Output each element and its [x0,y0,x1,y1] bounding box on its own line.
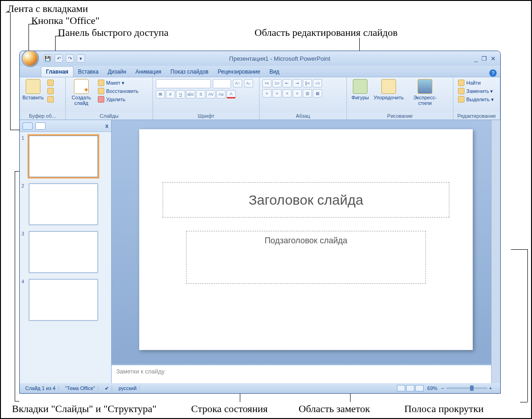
zoom-slider[interactable]: − + [441,385,492,391]
bold-button[interactable]: Ж [156,90,165,98]
replace-button[interactable]: Заменить ▾ [456,87,496,95]
zoom-in-button[interactable]: + [489,385,492,391]
indent-dec-button[interactable]: ⇤ [283,79,292,87]
underline-button[interactable]: Ч [176,90,185,98]
ribbon: Вставить Буфер об... ✦ С [20,77,500,120]
format-painter-button[interactable] [45,96,56,103]
vertical-scrollbar[interactable] [491,120,500,383]
restore-button[interactable]: ❐ [481,55,487,62]
justify-button[interactable]: ≡ [293,89,302,98]
tab-design[interactable]: Дизайн [103,67,130,77]
sparkle-icon: ✦ [83,86,89,94]
window-title: Презентация1 - Microsoft PowerPoint [85,55,475,62]
editor-area: Заголовок слайда Подзаголовок слайда Зам… [112,120,491,383]
cursor-icon [458,96,464,103]
paste-button[interactable]: Вставить [23,79,44,100]
status-language[interactable]: русский [116,385,140,391]
group-paragraph: •≡ 1≡ ⇤ ⇥ ‖≡ ↕A ≡ ≡ ≡ ≡ ▥ ▦ [260,77,347,120]
slide-thumbnail[interactable] [29,136,98,177]
find-button[interactable]: Найти [456,79,496,86]
group-slides: ✦ Создать слайд Макет ▾ Восстановить Уда… [66,77,153,120]
tab-view[interactable]: Вид [265,67,284,77]
slide-thumbnail[interactable] [29,279,98,321]
help-icon[interactable]: ? [489,69,497,77]
numbering-button[interactable]: 1≡ [272,79,282,87]
copy-button[interactable] [45,87,56,95]
group-label-font: Шрифт [153,112,259,120]
group-label-paragraph: Абзац [260,112,346,120]
align-right-button[interactable]: ≡ [283,89,292,98]
font-size-combo[interactable] [213,79,231,88]
slide[interactable]: Заголовок слайда Подзаголовок слайда [139,129,473,350]
thumb-row[interactable]: 4 [22,279,108,321]
char-spacing-button[interactable]: AV [206,90,215,98]
arrange-button[interactable]: Упорядочить [373,79,405,100]
minimize-button[interactable]: _ [475,55,478,62]
tab-review[interactable]: Рецензирование [213,67,265,77]
line-spacing-button[interactable]: ‖≡ [303,79,312,87]
shadow-button[interactable]: S [196,90,205,98]
thumb-row[interactable]: 1 [22,136,108,177]
tab-outline[interactable] [35,122,45,130]
bullets-button[interactable]: •≡ [262,79,272,87]
quick-styles-button[interactable]: Экспресс-стили [407,79,443,106]
notes-pane[interactable]: Заметки к слайду [112,364,491,383]
cut-button[interactable] [45,79,56,86]
status-theme: "Тема Office" [62,385,98,391]
group-label-clipboard: Буфер об... [20,112,65,120]
qat-customize-icon[interactable]: ▾ [77,54,85,63]
title-placeholder[interactable]: Заголовок слайда [163,182,449,218]
layout-button[interactable]: Макет ▾ [96,79,140,86]
tab-slideshow[interactable]: Показ слайдов [166,67,213,77]
view-normal-button[interactable] [397,385,405,391]
close-button[interactable]: ✕ [491,55,496,62]
thumb-row[interactable]: 3 [22,231,108,273]
tab-insert[interactable]: Вставка [74,67,103,77]
text-direction-button[interactable]: ↕A [313,79,322,87]
font-family-combo[interactable] [156,79,211,88]
font-color-button[interactable]: A [226,90,236,98]
callout-ribbon: Лента с вкладками [7,3,88,15]
zoom-out-button[interactable]: − [441,385,444,391]
group-font: A↑ A↓ Ж К Ч abc S AV Aa A Шрифт [153,77,260,120]
replace-icon [458,88,464,94]
slide-thumbnail[interactable] [29,184,98,225]
change-case-button[interactable]: Aa [216,90,226,98]
select-button[interactable]: Выделить ▾ [456,96,496,103]
subtitle-placeholder[interactable]: Подзаголовок слайда [186,231,426,284]
convert-smartart-button[interactable]: ▦ [313,89,322,98]
new-slide-button[interactable]: ✦ Создать слайд [68,79,94,106]
tab-home[interactable]: Главная [41,66,74,77]
ribbon-tabs: Главная Вставка Дизайн Анимация Показ сл… [20,66,500,77]
indent-inc-button[interactable]: ⇥ [293,79,302,87]
align-center-button[interactable]: ≡ [272,89,282,98]
shapes-button[interactable]: Фигуры [350,79,371,100]
italic-button[interactable]: К [166,90,175,98]
slide-canvas-area: Заголовок слайда Подзаголовок слайда [112,120,491,364]
quick-access-toolbar: 💾 ↶ ↷ ▾ [44,54,85,63]
slides-outline-pane: x 1 2 3 4 [20,120,112,383]
delete-button[interactable]: Удалить [96,96,140,103]
thumb-row[interactable]: 2 [22,184,108,225]
view-sorter-button[interactable] [406,385,414,391]
slide-thumbnail[interactable] [29,231,98,273]
view-slideshow-button[interactable] [415,385,424,391]
tab-slides[interactable] [23,122,33,130]
zoom-percent[interactable]: 69% [427,385,437,391]
tab-animations[interactable]: Анимация [131,67,166,77]
shrink-font-button[interactable]: A↓ [244,79,253,87]
workspace: x 1 2 3 4 [20,120,500,383]
columns-button[interactable]: ▥ [303,89,312,98]
reset-button[interactable]: Восстановить [96,87,140,95]
grow-font-button[interactable]: A↑ [233,79,242,87]
align-left-button[interactable]: ≡ [262,89,272,98]
group-drawing: Фигуры Упорядочить Экспресс-стили Рисова… [347,77,453,120]
qat-undo-icon[interactable]: ↶ [55,54,63,63]
status-spellcheck-icon[interactable]: ✔ [102,385,112,391]
qat-redo-icon[interactable]: ↷ [66,54,74,63]
scissors-icon [47,80,54,86]
close-pane-button[interactable]: x [105,123,108,129]
office-button[interactable] [22,51,39,67]
strike-button[interactable]: abc [186,90,195,98]
qat-save-icon[interactable]: 💾 [44,54,52,63]
